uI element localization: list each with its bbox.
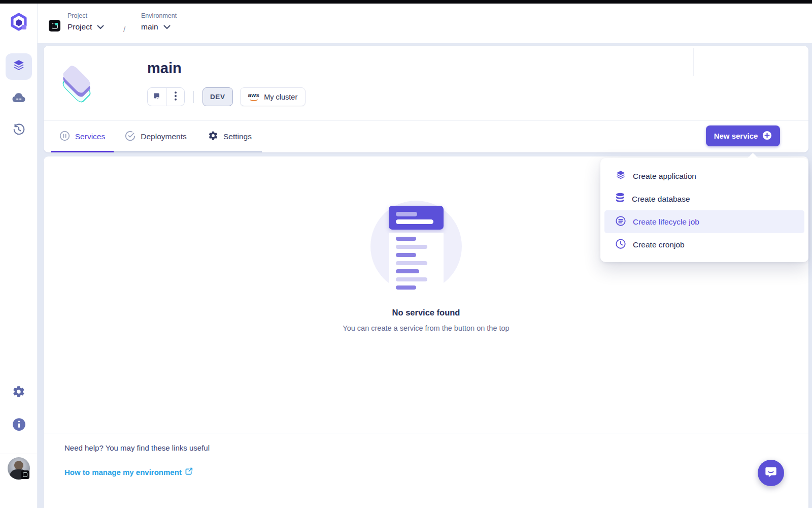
gear-icon bbox=[12, 385, 25, 400]
menu-item-label: Create application bbox=[633, 172, 696, 181]
tabs: Services Deployments Settings bbox=[51, 121, 262, 152]
empty-state-doc-list bbox=[389, 233, 444, 293]
help-link[interactable]: How to manage my environment bbox=[64, 467, 193, 477]
project-avatar[interactable] bbox=[49, 20, 60, 31]
tabs-actions-divider bbox=[693, 48, 694, 76]
environment-header-card: main DEV a bbox=[44, 46, 808, 152]
menu-item-create-application[interactable]: Create application bbox=[604, 165, 804, 187]
avatar-head bbox=[14, 461, 23, 470]
footer-divider bbox=[44, 433, 808, 433]
chat-bubble-icon bbox=[764, 465, 777, 481]
environment-selector[interactable]: main bbox=[141, 22, 177, 31]
header-controls: DEV aws My cluster bbox=[147, 87, 306, 106]
sidebar-item-audit-logs[interactable] bbox=[6, 117, 32, 144]
tab-settings[interactable]: Settings bbox=[198, 121, 262, 152]
aws-logo-icon: aws bbox=[248, 92, 260, 101]
menu-item-label: Create database bbox=[632, 195, 690, 204]
layers-icon bbox=[615, 170, 626, 183]
menu-item-create-database[interactable]: Create database bbox=[604, 187, 804, 210]
new-service-label: New service bbox=[714, 132, 758, 140]
check-circle-icon bbox=[125, 131, 136, 143]
environment-cube-illustration bbox=[57, 57, 96, 108]
tab-label: Deployments bbox=[141, 132, 186, 141]
qovery-logo-icon bbox=[9, 12, 29, 35]
header-vertical-divider bbox=[193, 91, 194, 103]
empty-state-title: No service found bbox=[44, 308, 808, 318]
chevron-down-icon bbox=[163, 22, 171, 31]
clock-icon bbox=[615, 238, 626, 251]
environment-label: Environment bbox=[141, 12, 177, 19]
chevron-down-icon bbox=[97, 22, 104, 31]
help-text: Need help? You may find these links usef… bbox=[64, 443, 210, 452]
environment-mode-badge: DEV bbox=[202, 87, 233, 106]
terminal-icon bbox=[153, 91, 161, 102]
tab-label: Settings bbox=[223, 132, 252, 141]
tab-active-indicator bbox=[51, 151, 114, 152]
breadcrumb-environment: Environment main bbox=[141, 4, 177, 43]
plus-circle-icon bbox=[762, 131, 772, 142]
top-black-strip bbox=[0, 0, 812, 4]
avatar-org-badge bbox=[21, 470, 29, 479]
sidebar-item-info[interactable] bbox=[6, 412, 32, 438]
left-sidebar bbox=[0, 43, 38, 508]
cluster-name: My cluster bbox=[264, 93, 297, 101]
chat-launcher-button[interactable] bbox=[758, 460, 784, 486]
project-label: Project bbox=[67, 12, 104, 19]
dropdown-arrow bbox=[748, 153, 758, 164]
menu-item-create-lifecycle-job[interactable]: Create lifecycle job bbox=[604, 210, 804, 233]
clone-environment-button[interactable] bbox=[148, 88, 166, 106]
menu-item-label: Create lifecycle job bbox=[633, 217, 699, 227]
external-link-icon bbox=[185, 467, 193, 477]
cloud-icon bbox=[12, 92, 26, 105]
pause-circle-icon bbox=[59, 131, 70, 143]
project-avatar-glyph bbox=[52, 23, 58, 29]
project-value: Project bbox=[67, 22, 92, 31]
tab-label: Services bbox=[75, 132, 105, 141]
layers-icon bbox=[12, 59, 25, 74]
empty-state-subtitle: You can create a service from the button… bbox=[44, 324, 808, 332]
sidebar-item-environments[interactable] bbox=[6, 53, 32, 80]
gear-icon bbox=[208, 131, 218, 143]
project-selector[interactable]: Project bbox=[67, 22, 104, 31]
sidebar-divider bbox=[0, 454, 37, 454]
menu-item-create-cronjob[interactable]: Create cronjob bbox=[604, 233, 804, 256]
database-icon bbox=[615, 193, 625, 206]
breadcrumb-separator: / bbox=[123, 25, 125, 34]
menu-item-label: Create cronjob bbox=[633, 240, 685, 249]
new-service-dropdown: Create application Create database Creat… bbox=[600, 158, 808, 262]
history-icon bbox=[12, 123, 25, 138]
kebab-menu-icon bbox=[175, 91, 177, 103]
tab-deployments[interactable]: Deployments bbox=[114, 121, 198, 152]
header-icon-group bbox=[147, 87, 185, 106]
tab-indicator bbox=[114, 151, 198, 152]
empty-state-doc-header bbox=[389, 206, 444, 230]
new-service-button[interactable]: New service bbox=[706, 125, 780, 146]
sidebar-item-clusters[interactable] bbox=[6, 85, 32, 112]
more-actions-button[interactable] bbox=[166, 88, 184, 106]
sidebar-item-settings[interactable] bbox=[6, 379, 32, 406]
cluster-chip[interactable]: aws My cluster bbox=[240, 87, 306, 106]
tab-services[interactable]: Services bbox=[51, 121, 114, 152]
app-logo[interactable] bbox=[0, 4, 38, 43]
breadcrumb-project: Project Project bbox=[67, 4, 104, 43]
info-icon bbox=[12, 418, 26, 433]
environment-value: main bbox=[141, 22, 158, 31]
lifecycle-icon bbox=[615, 215, 626, 229]
help-link-label: How to manage my environment bbox=[64, 468, 182, 477]
tab-indicator bbox=[198, 151, 262, 152]
page-title: main bbox=[147, 60, 182, 77]
top-bar: Project Project / Environment main bbox=[0, 4, 812, 43]
